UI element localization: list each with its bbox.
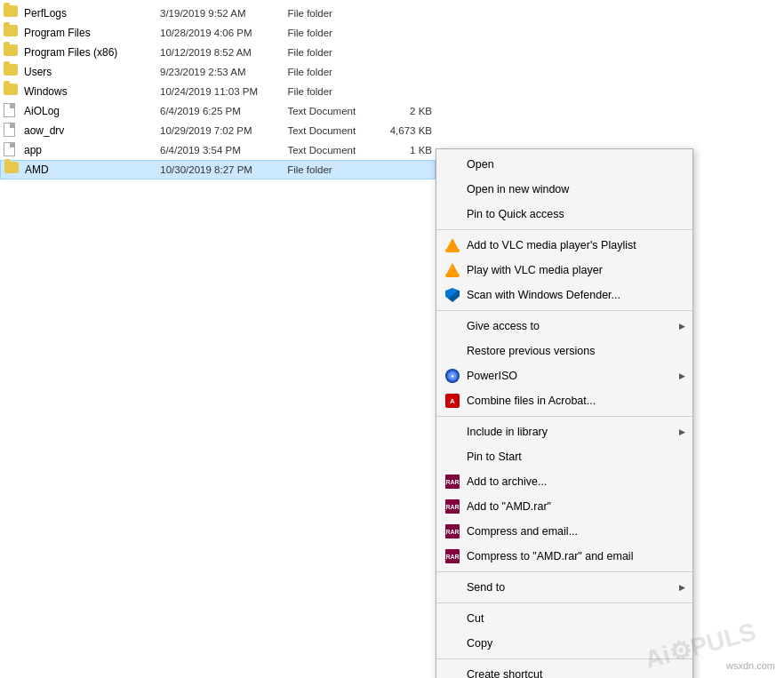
file-row[interactable]: Program Files 10/28/2019 4:06 PM File fo… (0, 23, 436, 43)
ctx-icon-poweriso: ● (444, 367, 461, 385)
folder-icon (4, 84, 18, 95)
ctx-item-restore-versions[interactable]: Restore previous versions (436, 339, 692, 363)
file-date: 3/19/2019 9:52 AM (160, 8, 287, 19)
ctx-label-add-archive: Add to archive... (467, 475, 678, 488)
ctx-icon-compress-amd-email: RAR (444, 547, 461, 565)
file-row[interactable]: Users 9/23/2019 2:53 AM File folder (0, 62, 436, 82)
ctx-label-add-amd-rar: Add to "AMD.rar" (467, 500, 678, 513)
rar-icon: RAR (445, 499, 460, 514)
rar-icon: RAR (445, 524, 460, 538)
ctx-icon-send-to (444, 578, 461, 596)
empty-icon (445, 182, 460, 196)
acrobat-icon: A (445, 394, 460, 408)
ctx-item-play-vlc[interactable]: Play with VLC media player (436, 258, 692, 283)
file-icon (4, 123, 20, 139)
file-name: Users (24, 66, 160, 78)
ctx-separator (436, 310, 692, 311)
ctx-item-combine-acrobat[interactable]: A Combine files in Acrobat... (436, 388, 692, 413)
empty-icon (445, 207, 460, 221)
file-name: aow_drv (24, 124, 160, 137)
file-row[interactable]: AMD 10/30/2019 8:27 PM File folder (0, 160, 436, 179)
empty-icon (445, 157, 460, 171)
ctx-label-cut: Cut (467, 612, 678, 625)
empty-icon (445, 580, 460, 594)
empty-icon (445, 667, 460, 678)
file-date: 10/29/2019 7:02 PM (160, 125, 287, 136)
ctx-item-create-shortcut[interactable]: Create shortcut (436, 662, 692, 678)
file-type: File folder (287, 28, 372, 38)
ctx-item-poweriso[interactable]: ● PowerISO (436, 363, 692, 388)
ctx-label-restore-versions: Restore previous versions (467, 345, 678, 357)
file-icon (4, 84, 20, 100)
ctx-item-scan-defender[interactable]: Scan with Windows Defender... (436, 283, 692, 307)
ctx-icon-compress-email: RAR (444, 522, 461, 540)
ctx-icon-open (444, 156, 461, 173)
file-row[interactable]: app 6/4/2019 3:54 PM Text Document 1 KB (0, 140, 436, 160)
context-menu: Open Open in new window Pin to Quick acc… (436, 148, 693, 678)
empty-icon (445, 611, 460, 626)
file-date: 6/4/2019 3:54 PM (160, 145, 287, 156)
file-name: app (24, 144, 160, 156)
ctx-item-compress-amd-email[interactable]: RAR Compress to "AMD.rar" and email (436, 544, 692, 569)
file-row[interactable]: Program Files (x86) 10/12/2019 8:52 AM F… (0, 43, 436, 62)
ctx-icon-include-library (444, 423, 461, 441)
iso-icon: ● (445, 369, 460, 383)
file-row[interactable]: Windows 10/24/2019 11:03 PM File folder (0, 82, 436, 101)
empty-icon (445, 344, 460, 358)
empty-icon (445, 636, 460, 650)
ctx-icon-combine-acrobat: A (444, 392, 461, 410)
ctx-label-open: Open (467, 158, 678, 171)
ctx-icon-copy (444, 634, 461, 652)
ctx-item-add-amd-rar[interactable]: RAR Add to "AMD.rar" (436, 494, 692, 519)
ctx-item-add-archive[interactable]: RAR Add to archive... (436, 469, 692, 494)
folder-icon (4, 5, 18, 17)
ctx-label-compress-amd-email: Compress to "AMD.rar" and email (467, 550, 678, 562)
ctx-item-cut[interactable]: Cut (436, 606, 692, 631)
ctx-item-pin-quick-access[interactable]: Pin to Quick access (436, 202, 692, 227)
file-date: 10/12/2019 8:52 AM (160, 47, 287, 58)
ctx-label-combine-acrobat: Combine files in Acrobat... (467, 395, 678, 407)
ctx-label-compress-email: Compress and email... (467, 525, 678, 538)
ctx-icon-give-access (444, 317, 461, 335)
ctx-item-add-vlc-playlist[interactable]: Add to VLC media player's Playlist (436, 233, 692, 258)
file-icon (4, 142, 20, 158)
file-name: Program Files (x86) (24, 46, 160, 59)
ctx-item-pin-start[interactable]: Pin to Start (436, 444, 692, 469)
ctx-item-include-library[interactable]: Include in library (436, 419, 692, 444)
rar-icon: RAR (445, 549, 460, 563)
ctx-item-compress-email[interactable]: RAR Compress and email... (436, 519, 692, 544)
ctx-item-open[interactable]: Open (436, 152, 692, 177)
file-type: Text Document (287, 106, 372, 116)
file-type: File folder (287, 67, 372, 77)
ctx-icon-pin-quick-access (444, 205, 461, 223)
ctx-item-send-to[interactable]: Send to (436, 575, 692, 600)
wsxdn-label: wsxdn.com (726, 660, 775, 671)
file-name: AiOLog (24, 105, 160, 117)
ctx-label-scan-defender: Scan with Windows Defender... (467, 289, 678, 301)
file-date: 9/23/2019 2:53 AM (160, 67, 287, 77)
ctx-icon-restore-versions (444, 342, 461, 360)
empty-icon (445, 450, 460, 464)
folder-icon (4, 44, 18, 56)
file-name: AMD (25, 164, 160, 176)
ctx-separator (436, 416, 692, 417)
file-type: File folder (287, 86, 372, 97)
folder-icon (4, 64, 18, 76)
ctx-icon-pin-start (444, 448, 461, 466)
file-icon (4, 25, 20, 41)
file-date: 10/30/2019 8:27 PM (160, 164, 287, 175)
file-row[interactable]: aow_drv 10/29/2019 7:02 PM Text Document… (0, 121, 436, 140)
ctx-item-give-access[interactable]: Give access to (436, 314, 692, 339)
ctx-icon-play-vlc (444, 261, 461, 279)
file-row[interactable]: AiOLog 6/4/2019 6:25 PM Text Document 2 … (0, 101, 436, 121)
ctx-item-open-new-window[interactable]: Open in new window (436, 177, 692, 202)
ctx-label-poweriso: PowerISO (467, 370, 678, 382)
file-icon (4, 162, 20, 178)
file-type: File folder (287, 8, 372, 19)
doc-icon (4, 123, 15, 137)
ctx-separator (436, 229, 692, 230)
ctx-separator (436, 658, 692, 659)
ctx-item-copy[interactable]: Copy (436, 631, 692, 656)
file-size: 2 KB (372, 106, 432, 116)
file-row[interactable]: PerfLogs 3/19/2019 9:52 AM File folder (0, 4, 436, 23)
